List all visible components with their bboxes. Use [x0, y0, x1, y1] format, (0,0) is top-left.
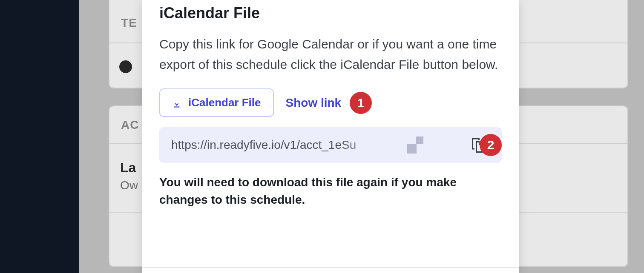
- bg-row-name: La: [120, 160, 136, 176]
- modal-button-row: iCalendar File Show link 1: [159, 88, 502, 117]
- redaction-squares: [403, 136, 428, 154]
- show-link-button[interactable]: Show link: [286, 96, 342, 110]
- modal-footer-divider: [142, 267, 519, 268]
- bg-section-label-actions: AC: [121, 118, 139, 132]
- bg-status-dot: [119, 60, 132, 73]
- redaction-square: [407, 144, 417, 154]
- icalendar-url-text[interactable]: https://in.readyfive.io/v1/acct_1eSu: [171, 138, 396, 152]
- bg-section-label-team: TE: [121, 16, 137, 30]
- modal-note: You will need to download this file agai…: [159, 174, 502, 208]
- app-root: TE AC La Ow iCalendar File Copy this lin…: [0, 0, 644, 273]
- download-button-label: iCalendar File: [188, 96, 261, 109]
- annotation-badge-1: 1: [350, 92, 372, 114]
- svg-rect-0: [174, 106, 180, 107]
- show-link-label: Show link: [286, 96, 342, 109]
- icalendar-modal: iCalendar File Copy this link for Google…: [142, 0, 519, 273]
- url-display-row: https://in.readyfive.io/v1/acct_1eSu: [159, 127, 502, 163]
- download-icalendar-button[interactable]: iCalendar File: [159, 88, 274, 117]
- download-icon: [172, 98, 181, 108]
- modal-description: Copy this link for Google Calendar or if…: [159, 34, 502, 75]
- redaction-square: [416, 136, 423, 144]
- modal-title: iCalendar File: [159, 4, 502, 22]
- bg-row-role: Ow: [120, 179, 138, 192]
- url-row-wrapper: https://in.readyfive.io/v1/acct_1eSu: [159, 127, 502, 163]
- annotation-badge-2: 2: [480, 134, 502, 156]
